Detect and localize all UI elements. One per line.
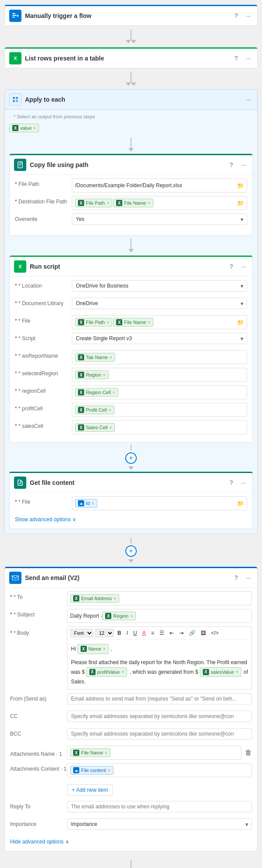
- get-file-more-icon[interactable]: ···: [239, 478, 248, 487]
- script-file-folder-icon[interactable]: 📁: [237, 319, 244, 326]
- file-name-tag[interactable]: X File Name ×: [113, 199, 153, 207]
- value-tag[interactable]: X value ×: [9, 124, 39, 132]
- profit-cell-remove[interactable]: ×: [109, 408, 111, 413]
- script-file-path-tag[interactable]: X File Path ×: [75, 318, 112, 327]
- to-input[interactable]: X Email Address ×: [67, 591, 252, 605]
- indent-less-btn[interactable]: ⇤: [168, 629, 176, 637]
- file-content-remove[interactable]: ×: [108, 768, 110, 773]
- attach-file-name-remove[interactable]: ×: [105, 751, 107, 755]
- from-input[interactable]: [67, 693, 252, 704]
- region-tag[interactable]: X Region ×: [75, 370, 109, 379]
- attach-name-input[interactable]: X File Name ×: [67, 746, 241, 760]
- location-select[interactable]: OneDrive for Business: [72, 280, 247, 292]
- add-btn-2[interactable]: +: [125, 545, 137, 557]
- indent-more-btn[interactable]: ⇥: [177, 629, 185, 637]
- bcc-input[interactable]: [67, 728, 252, 740]
- editor-content[interactable]: Hi X Name × , Please find attached the d…: [67, 640, 251, 689]
- bold-btn[interactable]: B: [116, 629, 123, 637]
- subject-region-remove[interactable]: ×: [130, 614, 133, 619]
- trigger-help-icon[interactable]: ?: [232, 11, 241, 20]
- script-file-name-remove[interactable]: ×: [148, 320, 150, 325]
- font-select[interactable]: Font: [70, 629, 93, 637]
- dest-folder-icon[interactable]: 📁: [237, 200, 244, 206]
- copy-file-more-icon[interactable]: ···: [239, 160, 248, 169]
- show-advanced-options[interactable]: Show advanced options ∨: [15, 514, 247, 524]
- subject-input[interactable]: Daily Report - X Region ×: [67, 609, 252, 623]
- trigger-more-icon[interactable]: ···: [244, 11, 253, 20]
- code-btn[interactable]: </>: [209, 629, 220, 637]
- underline-btn[interactable]: U: [131, 629, 139, 637]
- attach-file-name-tag[interactable]: X File Name ×: [70, 748, 110, 757]
- id-tag-remove[interactable]: ×: [92, 501, 94, 506]
- value-tag-remove[interactable]: ×: [33, 126, 36, 131]
- file-path-tag[interactable]: X File Path ×: [75, 199, 112, 207]
- hide-advanced-options[interactable]: Hide advanced options ∧: [10, 836, 252, 847]
- img-btn[interactable]: 🖼: [199, 629, 208, 637]
- hide-adv-text: Hide advanced options: [10, 839, 64, 845]
- sales-cell-input[interactable]: X Sales Cell ×: [72, 420, 247, 434]
- script-file-input[interactable]: X File Path × X File Name × 📁: [72, 315, 247, 329]
- sales-cell-remove[interactable]: ×: [110, 425, 112, 430]
- send-email-more-icon[interactable]: ···: [244, 573, 253, 582]
- sales-cell-tag[interactable]: X Sales Cell ×: [75, 423, 115, 432]
- region-input[interactable]: X Region ×: [72, 368, 247, 382]
- region-cell-remove[interactable]: ×: [113, 390, 115, 395]
- run-script-more-icon[interactable]: ···: [239, 262, 248, 271]
- italic-btn[interactable]: I: [125, 629, 130, 637]
- id-tag[interactable]: ☁ Id ×: [75, 499, 97, 508]
- list-rows-help-icon[interactable]: ?: [232, 54, 241, 63]
- font-size-select[interactable]: 12: [95, 629, 114, 637]
- region-cell-input[interactable]: X Region Cell ×: [72, 385, 247, 399]
- add-btn-1[interactable]: +: [125, 452, 137, 464]
- script-file-path-remove[interactable]: ×: [106, 320, 109, 325]
- profit-cell-input[interactable]: X Profit Cell ×: [72, 403, 247, 417]
- email-address-tag[interactable]: X Email Address ×: [70, 594, 119, 603]
- doc-lib-select[interactable]: OneDrive: [72, 298, 247, 309]
- name-remove[interactable]: ×: [103, 646, 106, 652]
- importance-select[interactable]: Importance Low Normal High: [67, 818, 252, 830]
- file-path-tag-remove[interactable]: ×: [106, 201, 109, 206]
- ol-btn[interactable]: ≡: [149, 629, 156, 637]
- script-select-wrapper: Create Single Report v3: [72, 333, 247, 344]
- profit-value-remove[interactable]: ×: [121, 669, 124, 675]
- subject-region-tag[interactable]: X Region ×: [102, 612, 136, 620]
- get-file-file-input[interactable]: ☁ Id × 📁: [72, 496, 247, 510]
- doc-lib-row: * Document Library OneDrive: [15, 298, 247, 312]
- get-file-help-icon[interactable]: ?: [227, 478, 236, 487]
- trigger-title: Manually trigger a flow: [25, 12, 232, 19]
- dest-path-input[interactable]: X File Path × X File Name × 📁: [72, 196, 247, 210]
- add-new-item-btn[interactable]: + Add new item: [67, 784, 113, 796]
- name-tag[interactable]: X Name ×: [78, 644, 109, 654]
- get-file-folder-icon[interactable]: 📁: [237, 500, 244, 507]
- send-email-help-icon[interactable]: ?: [232, 573, 241, 582]
- script-select[interactable]: Create Single Report v3: [72, 333, 247, 344]
- region-cell-tag[interactable]: X Region Cell ×: [75, 388, 118, 397]
- cc-input[interactable]: [67, 711, 252, 722]
- copy-file-help-icon[interactable]: ?: [227, 160, 236, 169]
- overwrite-select[interactable]: Yes No: [72, 213, 247, 225]
- file-path-input[interactable]: /Documents/Example Folder/Daily Report.x…: [72, 178, 247, 192]
- apply-each-more-icon[interactable]: ···: [244, 95, 253, 104]
- profit-cell-tag[interactable]: X Profit Cell ×: [75, 406, 114, 414]
- ws-input[interactable]: X Tab Name ×: [72, 350, 247, 364]
- file-name-tag-remove[interactable]: ×: [148, 201, 150, 206]
- script-file-name-tag[interactable]: X File Name ×: [113, 318, 153, 327]
- sales-value-remove[interactable]: ×: [236, 669, 238, 675]
- run-script-help-icon[interactable]: ?: [227, 262, 236, 271]
- tab-name-remove[interactable]: ×: [110, 355, 112, 360]
- tab-name-tag[interactable]: X Tab Name ×: [75, 353, 115, 362]
- attach-name-trash-icon[interactable]: 🗑: [245, 749, 252, 757]
- svg-rect-7: [16, 100, 18, 102]
- sales-value-tag[interactable]: X salesValue ×: [200, 667, 241, 677]
- attach-content-input[interactable]: ☁ File content ×: [67, 763, 252, 777]
- file-path-folder-icon[interactable]: 📁: [237, 182, 244, 189]
- region-tag-remove[interactable]: ×: [103, 373, 106, 377]
- profit-value-tag[interactable]: X profitValue ×: [86, 667, 127, 677]
- file-content-tag[interactable]: ☁ File content ×: [70, 766, 113, 775]
- list-rows-more-icon[interactable]: ···: [244, 54, 253, 63]
- ul-btn[interactable]: ☰: [158, 629, 166, 637]
- highlight-btn[interactable]: A: [141, 629, 148, 637]
- reply-to-input[interactable]: [67, 801, 252, 812]
- email-address-remove[interactable]: ×: [113, 596, 116, 601]
- link-btn[interactable]: 🔗: [187, 629, 197, 637]
